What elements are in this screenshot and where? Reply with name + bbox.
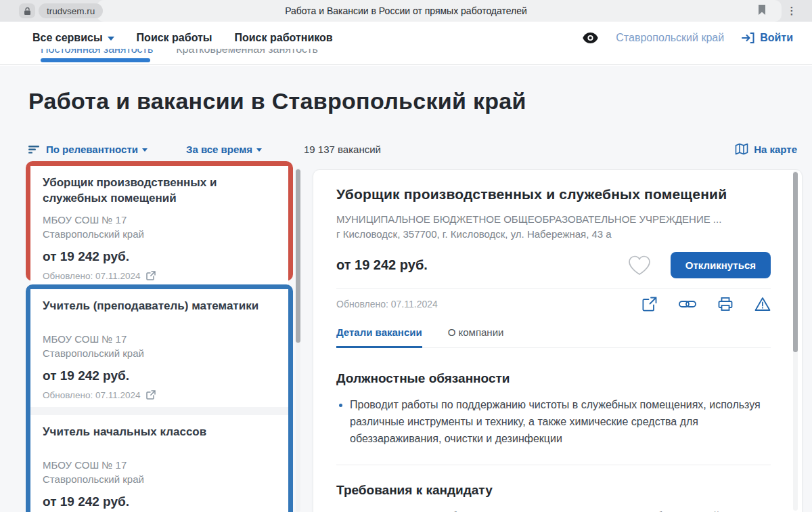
job-region: Ставропольский край [43, 347, 144, 359]
sort-dropdown[interactable]: По релевантности [28, 144, 148, 155]
job-list-scrollbar[interactable] [296, 168, 300, 512]
job-company: МБОУ СОШ № 17 Ставропольский край [43, 332, 276, 360]
updated-row: Обновлено: 07.11.2024 [336, 289, 771, 320]
nav-all-services-label: Все сервисы [32, 32, 103, 44]
job-company-name: МБОУ СОШ № 17 [43, 459, 127, 471]
scrollbar-thumb[interactable] [296, 169, 300, 343]
vacancy-updated: Обновлено: 07.11.2024 [336, 299, 438, 310]
job-updated-label: Обновлено: 07.11.2024 [43, 271, 140, 281]
job-card[interactable]: Уборщик производственных и служебных пом… [30, 166, 288, 288]
detail-panel-scrollbar[interactable] [793, 171, 798, 511]
vacancy-detail-panel: Уборщик производственных и служебных пом… [313, 169, 803, 512]
bookmark-icon[interactable] [757, 4, 770, 18]
divider [336, 465, 771, 465]
on-map-button[interactable]: На карте [735, 143, 797, 155]
annotation-box-blue: Учитель (преподаватель) математики МБОУ … [26, 284, 293, 512]
print-icon[interactable] [718, 297, 733, 312]
tab-temporary-employment[interactable]: Кратковременная занятость [176, 49, 318, 62]
browser-menu-icon[interactable]: ⋮ [785, 3, 798, 19]
chevron-down-icon [108, 37, 114, 41]
job-updated: Обновлено: 07.11.2024 [43, 390, 276, 400]
chevron-down-icon [256, 148, 262, 152]
nav-all-services[interactable]: Все сервисы [32, 32, 114, 44]
job-company-name: МБОУ СОШ № 17 [43, 214, 127, 226]
job-title: Учитель (преподаватель) математики [43, 299, 276, 314]
nav-search-jobs-label: Поиск работы [137, 32, 212, 44]
site-header: Все сервисы Поиск работы Поиск работнико… [0, 22, 812, 65]
job-company: МБОУ СОШ № 17 Ставропольский край [43, 213, 276, 241]
apply-button[interactable]: Откликнуться [671, 252, 771, 278]
vacancy-count: 19 137 вакансий [304, 144, 381, 155]
copy-link-icon[interactable] [679, 299, 696, 310]
job-salary: от 19 242 руб. [43, 249, 276, 264]
open-external-icon[interactable] [642, 297, 657, 312]
job-region: Ставропольский край [43, 473, 144, 485]
job-title: Учитель начальных классов [43, 425, 276, 440]
salary-row: от 19 242 руб. Откликнуться [336, 252, 771, 278]
section-duties: Должностные обязанности Проводит работы … [336, 371, 771, 447]
sort-label: По релевантности [46, 144, 138, 155]
filter-row: По релевантности За все время 19 137 вак… [28, 141, 797, 157]
login-label: Войти [760, 32, 793, 44]
vacancy-title: Уборщик производственных и служебных пом… [336, 186, 771, 202]
external-link-icon[interactable] [146, 271, 156, 280]
section-heading: Требования к кандидату [336, 483, 771, 498]
scrollbar-thumb[interactable] [793, 172, 798, 352]
job-updated: Обновлено: 07.11.2024 [43, 271, 276, 281]
period-label: За все время [186, 144, 252, 155]
job-company-name: МБОУ СОШ № 17 [43, 333, 127, 345]
section-heading: Должностные обязанности [336, 371, 771, 386]
nav-search-workers-label: Поиск работников [235, 32, 333, 44]
job-salary: от 19 242 руб. [43, 494, 276, 509]
detail-tabs: Детали вакансии О компании [336, 320, 771, 348]
period-dropdown[interactable]: За все время [186, 144, 262, 155]
job-card[interactable]: Учитель (преподаватель) математики МБОУ … [30, 289, 288, 407]
job-salary: от 19 242 руб. [43, 368, 276, 383]
active-tab-underline [41, 58, 150, 62]
vacancy-salary: от 19 242 руб. [336, 257, 428, 273]
region-link[interactable]: Ставропольский край [616, 32, 724, 44]
accessibility-eye-icon[interactable] [583, 33, 598, 43]
section-bullet: Проводит работы по поддержанию чистоты в… [336, 397, 763, 447]
external-link-icon[interactable] [146, 390, 156, 400]
job-updated-label: Обновлено: 07.11.2024 [43, 390, 140, 400]
section-requirements: Требования к кандидату Наличие среднего … [336, 483, 771, 512]
tab-about-company[interactable]: О компании [448, 326, 504, 347]
job-company: МБОУ СОШ № 17 Ставропольский край [43, 458, 276, 486]
page-title: Работа и вакансии в Ставропольский край [28, 88, 526, 114]
card-separator [30, 407, 288, 415]
vacancy-address: г Кисловодск, 357700, г. Кисловодск, ул.… [336, 228, 771, 240]
nav-search-jobs[interactable]: Поиск работы [137, 32, 212, 44]
chevron-down-icon [142, 148, 148, 152]
vacancy-company: МУНИЦИПАЛЬНОЕ БЮДЖЕТНОЕ ОБЩЕОБРАЗОВАТЕЛЬ… [336, 213, 771, 225]
job-title: Уборщик производственных и служебных пом… [43, 175, 276, 207]
nav-search-workers[interactable]: Поиск работников [235, 32, 333, 44]
map-icon [735, 143, 748, 155]
sort-icon [28, 146, 40, 154]
login-arrow-icon [742, 32, 754, 44]
favorite-heart-icon[interactable] [627, 255, 652, 276]
login-button[interactable]: Войти [742, 32, 793, 44]
section-bullet: Наличие среднего образования, выполнение… [336, 509, 763, 512]
annotation-box-red: Уборщик производственных и служебных пом… [26, 161, 293, 281]
tab-vacancy-details[interactable]: Детали вакансии [336, 326, 422, 348]
job-card[interactable]: Учитель начальных классов МБОУ СОШ № 17 … [30, 415, 288, 512]
browser-page-title: Работа и Вакансии в России от прямых раб… [0, 0, 812, 22]
report-warning-icon[interactable] [754, 297, 771, 312]
job-region: Ставропольский край [43, 228, 144, 240]
browser-bar: trudvsem.ru Работа и Вакансии в России о… [0, 0, 812, 22]
on-map-label: На карте [754, 144, 797, 155]
